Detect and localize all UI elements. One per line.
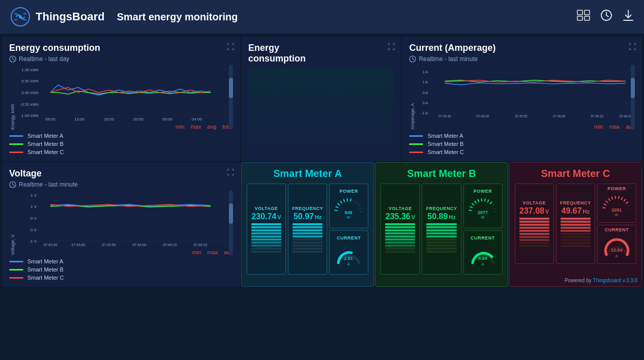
legend-item-b: Smart Meter B	[9, 141, 233, 147]
voltage-stats-row: min max avg	[15, 249, 233, 255]
energy-right-title: Energyconsumption	[248, 43, 394, 64]
svg-line-76	[356, 202, 358, 204]
svg-line-8	[606, 15, 608, 17]
meter-a-voltage-label: VOLTAGE	[255, 206, 278, 211]
svg-text:648: 648	[345, 210, 353, 215]
current-legend-b: Smart Meter B	[409, 141, 635, 147]
svg-line-70	[338, 203, 340, 205]
svg-line-78	[359, 208, 362, 209]
meter-card-b: Smart Meter B VOLTAGE 235.36 V	[375, 162, 508, 287]
voltage-legend-item-c: Smart Meter C	[9, 275, 233, 281]
current-scrollbar[interactable]	[631, 65, 635, 130]
svg-line-91	[487, 200, 489, 202]
svg-text:0 A: 0 A	[423, 91, 428, 95]
meter-c-frequency-label: FREQUENCY	[560, 200, 591, 205]
voltage-legend-line-c	[9, 277, 23, 279]
meter-b-voltage-unit: V	[412, 214, 415, 220]
svg-text:07:45:40: 07:45:40	[477, 114, 489, 118]
voltage-stat-min: min	[192, 249, 201, 255]
meter-cards: Smart Meter A VOLTAGE 230.74 V	[241, 162, 642, 287]
svg-line-90	[484, 199, 485, 202]
energy-consumption-subtitle: Realtime - last day	[9, 55, 233, 63]
meter-a-power-gauge: 648 W	[332, 195, 365, 223]
expand-icon[interactable]: ⛶	[227, 43, 234, 51]
svg-rect-5	[584, 16, 590, 20]
svg-line-88	[478, 199, 479, 202]
meter-a-voltage-unit: V	[277, 214, 281, 220]
current-legend-line-a	[409, 135, 423, 137]
current-chart-wrapper: Amperage, A 1 A 1 A 0 A 0 A -1	[409, 65, 635, 130]
meter-b-voltage-widget: VOLTAGE 235.36 V	[380, 184, 420, 275]
current-clock-icon	[409, 55, 416, 63]
current-title: Current (Amperage)	[409, 43, 635, 53]
clock-icon[interactable]	[600, 9, 612, 24]
meter-c-voltage-label: VOLTAGE	[522, 200, 546, 205]
svg-text:-1 V: -1 V	[29, 239, 37, 244]
svg-line-32	[13, 185, 14, 186]
svg-line-13	[13, 59, 14, 60]
meter-c-current-widget: CURRENT 13.84 A	[597, 225, 636, 264]
meter-card-a: Smart Meter A VOLTAGE 230.74 V	[241, 162, 374, 287]
svg-text:1 A: 1 A	[423, 70, 428, 74]
meter-b-current-widget: CURRENT 8.84 A	[463, 230, 503, 275]
energy-right-expand[interactable]: ⛶	[388, 43, 395, 51]
voltage-legend: Smart Meter A Smart Meter B Smart Meter …	[9, 258, 233, 281]
svg-text:07:46:00: 07:46:00	[553, 114, 566, 118]
legend-item-c: Smart Meter C	[9, 149, 233, 155]
svg-line-93	[492, 204, 494, 206]
energy-consumption-panel: ⛶ Energy consumption Realtime - last day…	[2, 37, 240, 161]
energy-scrollbar[interactable]	[229, 65, 233, 130]
meter-a-current-gauge: 2.81 A	[332, 242, 365, 269]
svg-text:A: A	[616, 254, 618, 258]
current-y-label: Amperage, A	[409, 65, 415, 130]
svg-text:07:45:50: 07:45:50	[102, 243, 115, 246]
svg-text:07:45:30: 07:45:30	[439, 114, 452, 118]
dashboard-icon[interactable]	[577, 10, 590, 24]
voltage-clock-icon	[9, 181, 16, 188]
page-title: Smart energy monitoring	[117, 11, 577, 23]
legend-line-a	[9, 135, 23, 137]
meter-b-power-label: POWER	[474, 189, 492, 194]
energy-consumption-title: Energy consumption	[9, 43, 233, 53]
meter-a-power-label: POWER	[340, 189, 359, 194]
svg-text:0 A: 0 A	[423, 101, 428, 105]
svg-line-110	[627, 205, 630, 206]
header: ThingsBoard Smart energy monitoring	[0, 0, 644, 35]
svg-text:W: W	[347, 216, 350, 219]
current-panel: ⛶ Current (Amperage) Realtime - last min…	[402, 37, 642, 161]
svg-line-79	[360, 212, 363, 212]
voltage-y-label: Voltage, V	[9, 190, 15, 255]
voltage-scrollbar[interactable]	[229, 190, 233, 255]
meter-b-power-gauge: 2077 W	[466, 195, 500, 223]
svg-text:20:00: 20:00	[133, 117, 144, 121]
meter-b-voltage-value: 235.36	[386, 212, 411, 221]
svg-line-85	[470, 206, 472, 208]
brand-name: ThingsBoard	[36, 10, 105, 23]
voltage-expand-icon[interactable]: ⛶	[227, 168, 234, 176]
meter-c-current-label: CURRENT	[605, 227, 629, 232]
legend-line-b	[9, 143, 23, 145]
svg-text:-0.50 kWh: -0.50 kWh	[20, 102, 39, 107]
svg-text:08:00: 08:00	[45, 117, 56, 121]
download-icon[interactable]	[623, 9, 634, 24]
meter-a-voltage-widget: VOLTAGE 230.74 V	[247, 184, 286, 275]
meter-b-frequency-label: FREQUENCY	[426, 206, 457, 211]
meter-a-current-widget: CURRENT 2.81 A	[329, 230, 368, 275]
thingsboard-link[interactable]: Thingsboard v.3.3.0	[593, 278, 637, 283]
svg-line-69	[336, 206, 338, 208]
meter-b-current-label: CURRENT	[471, 235, 495, 241]
meter-c-power-widget: POWER	[597, 184, 636, 223]
current-expand-icon[interactable]: ⛶	[629, 43, 636, 51]
meter-c-current-gauge: 13.84 A	[600, 233, 633, 261]
svg-rect-3	[584, 10, 590, 15]
header-actions	[577, 9, 634, 24]
svg-line-74	[350, 199, 351, 202]
svg-line-108	[624, 199, 626, 202]
svg-text:07:45:40: 07:45:40	[71, 243, 85, 246]
legend-line-c	[9, 152, 23, 153]
meter-a-power-widget: POWER	[329, 184, 368, 228]
svg-line-105	[615, 196, 616, 199]
current-legend-a: Smart Meter A	[409, 133, 635, 139]
current-stats-row: min max avg	[415, 124, 635, 130]
svg-line-86	[472, 203, 474, 205]
